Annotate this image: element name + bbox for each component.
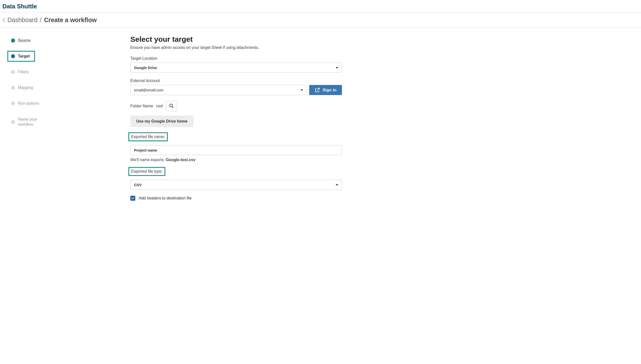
sign-in-label: Sign in [322,88,336,92]
step-source[interactable]: Source [7,35,35,46]
svg-point-0 [170,104,173,107]
step-dot-pending-icon [11,86,15,90]
steps-sidebar: Source Target Filters Mapping Run option… [0,35,81,201]
step-label: Source [18,38,31,43]
export-name-helper: We'll name exports: Google-test.csv [130,158,342,162]
add-headers-checkbox[interactable] [130,196,135,201]
app-header: Data Shuttle [0,0,641,12]
breadcrumb: Dashboard / Create a workflow [0,12,641,28]
svg-line-1 [172,106,173,108]
export-name-helper-value: Google-test.csv [166,158,195,162]
caret-down-icon [301,90,303,91]
breadcrumb-separator: / [40,16,42,24]
sign-in-button[interactable]: Sign in [309,85,342,95]
step-label: Target [18,54,30,58]
folder-search-button[interactable] [166,101,177,111]
step-label: Run options [18,101,39,106]
external-account-label: External Account [130,78,342,83]
app-title: Data Shuttle [3,3,638,10]
exported-file-type-select[interactable]: CSV [130,180,342,190]
exported-file-name-input[interactable] [130,145,342,155]
step-dot-pending-icon [11,120,15,124]
caret-down-icon [336,184,338,186]
step-dot-pending-icon [11,102,15,105]
back-chevron-icon[interactable] [3,18,6,22]
step-dot-current-icon [11,54,15,58]
step-dot-pending-icon [11,70,15,74]
main-content: Select your target Ensure you have admin… [81,35,352,201]
step-run-options[interactable]: Run options [7,98,43,109]
use-drive-home-button[interactable]: Use my Google Drive home [130,116,193,127]
folder-name-label: Folder Name [130,104,153,108]
breadcrumb-current: Create a workflow [44,16,97,24]
external-link-icon [315,88,320,93]
external-account-select[interactable]: email@email.com [130,85,307,95]
step-dot-complete-icon [11,38,15,42]
search-icon [169,104,174,109]
step-label: Mapping [18,86,33,90]
step-target[interactable]: Target [7,51,35,62]
step-name-workflow[interactable]: Name your workflow [7,114,44,130]
export-name-helper-prefix: We'll name exports: [130,158,166,162]
add-headers-label: Add headers to destination file [139,196,192,200]
target-location-value: Google Drive [134,66,157,70]
step-label: Filters [18,70,29,74]
target-location-select[interactable]: Google Drive [130,63,342,73]
exported-file-type-value: CSV [134,183,142,187]
breadcrumb-parent[interactable]: Dashboard [7,16,37,24]
caret-down-icon [336,67,338,68]
exported-file-type-label: Esported file type: [128,167,165,176]
step-mapping[interactable]: Mapping [7,82,37,93]
exported-file-name-label: Exported file name: [128,132,168,141]
target-location-label: Target Location [130,56,342,61]
folder-name-value: root [156,104,163,108]
step-label: Name your workflow [18,117,41,127]
page-heading: Select your target [130,35,342,44]
step-filters[interactable]: Filters [7,66,35,77]
page-subtext: Ensure you have admin access on your tar… [130,46,342,50]
external-account-value: email@email.com [134,88,163,92]
